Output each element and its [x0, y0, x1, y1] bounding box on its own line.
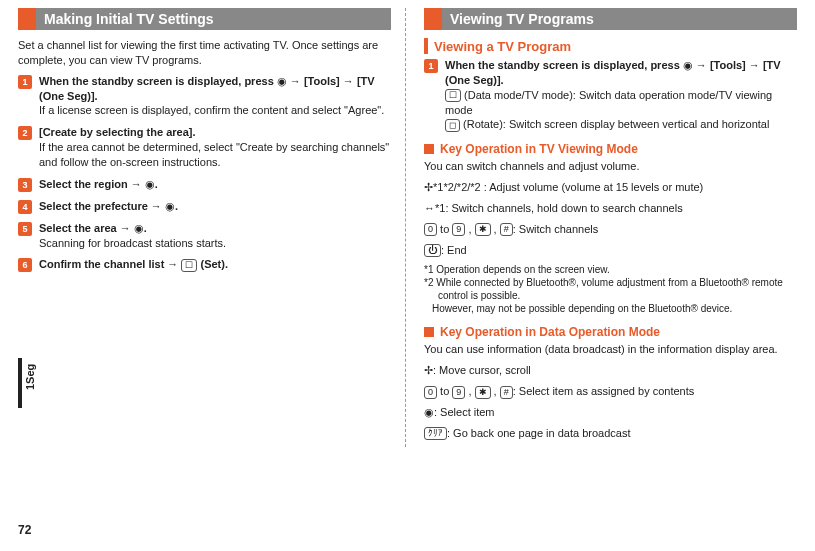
end-key-icon: ⏻ — [424, 244, 441, 257]
nav-key-icon: ✢ — [424, 181, 433, 193]
step-lead: Select the region → — [39, 178, 145, 190]
header-accent — [18, 8, 36, 30]
key-star: ✱ — [475, 386, 491, 399]
center-key-icon: ◉ — [134, 222, 144, 234]
step-2: 2 [Create by selecting the area]. If the… — [18, 125, 391, 170]
footnote-2: *2 While connected by Bluetooth®, volume… — [424, 276, 797, 302]
key-hash: # — [500, 386, 513, 399]
step-lead: Select the prefecture → — [39, 200, 165, 212]
step-6: 6 Confirm the channel list → ☐ (Set). — [18, 257, 391, 272]
step-5: 5 Select the area → ◉. Scanning for broa… — [18, 221, 391, 251]
step-lead-b: . — [155, 178, 158, 190]
nav-key-icon: ↔ — [424, 202, 435, 214]
tv-mode-line-4: ⏻: End — [424, 243, 797, 258]
nav-key-icon: ✢ — [424, 364, 433, 376]
subheading-text: Viewing a TV Program — [434, 39, 571, 54]
footnote-3: However, may not be possible depending o… — [424, 302, 797, 315]
soft-key-icon: ◻ — [445, 119, 460, 132]
data-mode-line-1: ✢: Move cursor, scroll — [424, 363, 797, 378]
step-3: 3 Select the region → ◉. — [18, 177, 391, 192]
key-star: ✱ — [475, 223, 491, 236]
header-title-right: Viewing TV Programs — [442, 8, 797, 30]
step-detail: If the area cannot be determined, select… — [39, 141, 389, 168]
data-mode-line-4: ｸﾘｱ: Go back one page in data broadcast — [424, 426, 797, 441]
tv-mode-line-1: ✢*1*2/*2/*2 : Adjust volume (volume at 1… — [424, 180, 797, 195]
step-lead-b: . — [175, 200, 178, 212]
section-header-right: Viewing TV Programs — [424, 8, 797, 30]
center-key-icon: ◉ — [683, 59, 693, 71]
key-hash: # — [500, 223, 513, 236]
header-title-left: Making Initial TV Settings — [36, 8, 391, 30]
tv-mode-line-3: 0 to 9 , ✱ , #: Switch channels — [424, 222, 797, 237]
right-step-1: 1 When the standby screen is displayed, … — [424, 58, 797, 132]
left-column: Making Initial TV Settings Set a channel… — [18, 8, 406, 447]
subheading-bar — [424, 38, 428, 54]
mode-line-2: (Rotate): Switch screen display between … — [460, 118, 769, 130]
step-detail: If a license screen is displayed, confir… — [39, 104, 384, 116]
key-9: 9 — [452, 386, 465, 399]
subheading-text: Key Operation in Data Operation Mode — [440, 325, 660, 339]
step-1: 1 When the standby screen is displayed, … — [18, 74, 391, 119]
soft-key-icon: ☐ — [181, 259, 197, 272]
step-lead: Confirm the channel list → — [39, 258, 181, 270]
step-number: 3 — [18, 178, 32, 192]
step-number: 1 — [18, 75, 32, 89]
step-number: 1 — [424, 59, 438, 73]
center-key-icon: ◉ — [424, 406, 434, 418]
center-key-icon: ◉ — [165, 200, 175, 212]
step-number: 2 — [18, 126, 32, 140]
section-header-left: Making Initial TV Settings — [18, 8, 391, 30]
step-lead: Select the area → — [39, 222, 134, 234]
subheading-tv-mode: Key Operation in TV Viewing Mode — [424, 142, 797, 156]
footnote-1: *1 Operation depends on the screen view. — [424, 263, 797, 276]
mode-line-1: (Data mode/TV mode): Switch data operati… — [445, 89, 772, 116]
step-lead-b: . — [144, 222, 147, 234]
subheading-text: Key Operation in TV Viewing Mode — [440, 142, 638, 156]
data-mode-line-3: ◉: Select item — [424, 405, 797, 420]
data-mode-line-2: 0 to 9 , ✱ , #: Select item as assigned … — [424, 384, 797, 399]
step-number: 6 — [18, 258, 32, 272]
step-number: 4 — [18, 200, 32, 214]
step-4: 4 Select the prefecture → ◉. — [18, 199, 391, 214]
soft-key-icon: ☐ — [445, 89, 461, 102]
step-detail: Scanning for broadcast stations starts. — [39, 237, 226, 249]
key-9: 9 — [452, 223, 465, 236]
side-tab-bar — [18, 358, 22, 408]
step-lead-b: (Set). — [197, 258, 228, 270]
intro-left: Set a channel list for viewing the first… — [18, 38, 391, 68]
data-mode-intro: You can use information (data broadcast)… — [424, 342, 797, 357]
subheading-data-mode: Key Operation in Data Operation Mode — [424, 325, 797, 339]
step-lead: When the standby screen is displayed, pr… — [445, 59, 683, 71]
right-column: Viewing TV Programs Viewing a TV Program… — [424, 8, 797, 447]
step-lead: When the standby screen is displayed, pr… — [39, 75, 277, 87]
header-accent — [424, 8, 442, 30]
center-key-icon: ◉ — [145, 178, 155, 190]
key-0: 0 — [424, 386, 437, 399]
clear-key: ｸﾘｱ — [424, 427, 447, 440]
subheading-viewing: Viewing a TV Program — [424, 38, 797, 54]
square-icon — [424, 144, 434, 154]
tv-mode-intro: You can switch channels and adjust volum… — [424, 159, 797, 174]
page-number: 72 — [18, 523, 31, 537]
side-tab-label: 1Seg — [24, 364, 36, 390]
center-key-icon: ◉ — [277, 75, 287, 87]
key-0: 0 — [424, 223, 437, 236]
step-lead: [Create by selecting the area]. — [39, 126, 196, 138]
square-icon — [424, 327, 434, 337]
tv-mode-line-2: ↔*1: Switch channels, hold down to searc… — [424, 201, 797, 216]
step-number: 5 — [18, 222, 32, 236]
